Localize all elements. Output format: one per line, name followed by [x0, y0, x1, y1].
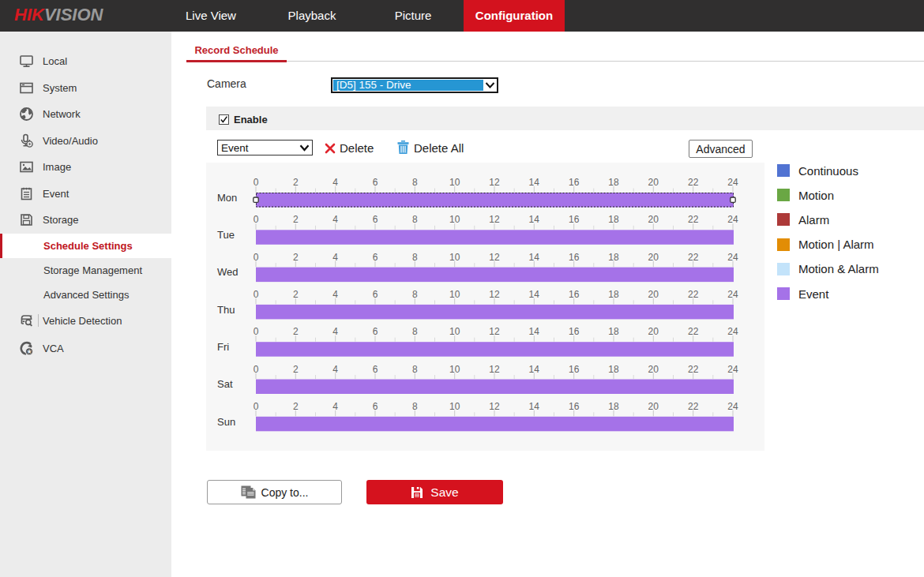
svg-text:Sat: Sat: [217, 378, 233, 390]
svg-text:10: 10: [449, 252, 460, 263]
svg-text:4: 4: [332, 252, 338, 263]
svg-text:24: 24: [727, 289, 738, 300]
svg-text:★: ★: [26, 348, 32, 355]
svg-text:4: 4: [332, 177, 338, 188]
svg-text:0: 0: [254, 364, 259, 375]
svg-text:20: 20: [648, 326, 659, 337]
svg-text:4: 4: [332, 289, 338, 300]
svg-text:20: 20: [648, 214, 659, 225]
svg-text:6: 6: [373, 364, 378, 375]
svg-text:20: 20: [648, 177, 659, 188]
svg-text:14: 14: [529, 177, 540, 188]
svg-text:8: 8: [412, 364, 418, 375]
svg-text:22: 22: [688, 401, 699, 412]
svg-text:4: 4: [332, 214, 338, 225]
svg-text:22: 22: [688, 326, 699, 337]
svg-text:16: 16: [569, 364, 580, 375]
svg-text:12: 12: [489, 177, 500, 188]
svg-text:16: 16: [569, 214, 580, 225]
svg-text:24: 24: [727, 326, 738, 337]
svg-text:0: 0: [254, 326, 259, 337]
svg-text:22: 22: [688, 289, 699, 300]
svg-text:18: 18: [608, 289, 619, 300]
svg-text:10: 10: [449, 326, 460, 337]
svg-text:16: 16: [569, 326, 580, 337]
svg-text:2: 2: [293, 252, 299, 263]
svg-text:12: 12: [489, 252, 500, 263]
svg-text:18: 18: [608, 252, 619, 263]
svg-text:20: 20: [648, 252, 659, 263]
svg-text:16: 16: [569, 177, 580, 188]
svg-text:Tue: Tue: [217, 229, 235, 241]
svg-text:Wed: Wed: [217, 266, 239, 278]
svg-text:14: 14: [529, 401, 540, 412]
svg-text:2: 2: [293, 289, 299, 300]
svg-text:2: 2: [293, 214, 299, 225]
svg-text:10: 10: [449, 289, 460, 300]
svg-text:8: 8: [412, 177, 418, 188]
svg-text:0: 0: [254, 252, 259, 263]
svg-text:22: 22: [688, 252, 699, 263]
svg-text:20: 20: [648, 364, 659, 375]
svg-text:2: 2: [293, 177, 299, 188]
svg-text:6: 6: [373, 326, 378, 337]
svg-text:22: 22: [688, 364, 699, 375]
svg-text:0: 0: [254, 401, 259, 412]
svg-text:24: 24: [727, 214, 738, 225]
svg-text:10: 10: [449, 401, 460, 412]
svg-text:2: 2: [293, 401, 299, 412]
svg-text:18: 18: [608, 326, 619, 337]
svg-text:6: 6: [373, 401, 378, 412]
svg-text:16: 16: [569, 289, 580, 300]
svg-text:18: 18: [608, 214, 619, 225]
svg-text:10: 10: [449, 177, 460, 188]
svg-text:22: 22: [688, 214, 699, 225]
svg-text:22: 22: [688, 177, 699, 188]
svg-text:8: 8: [412, 289, 418, 300]
svg-text:18: 18: [608, 401, 619, 412]
svg-text:Mon: Mon: [217, 192, 237, 204]
svg-text:0: 0: [254, 214, 259, 225]
svg-text:14: 14: [529, 214, 540, 225]
svg-text:10: 10: [449, 214, 460, 225]
svg-text:20: 20: [648, 289, 659, 300]
svg-text:24: 24: [727, 401, 738, 412]
svg-text:6: 6: [373, 289, 378, 300]
svg-text:14: 14: [529, 289, 540, 300]
svg-text:Sun: Sun: [217, 416, 235, 428]
svg-text:12: 12: [489, 401, 500, 412]
svg-text:16: 16: [569, 252, 580, 263]
svg-text:2: 2: [293, 326, 299, 337]
svg-text:0: 0: [254, 289, 259, 300]
svg-text:8: 8: [412, 252, 418, 263]
svg-text:0: 0: [254, 177, 259, 188]
svg-text:8: 8: [412, 214, 418, 225]
svg-text:Fri: Fri: [217, 341, 229, 353]
svg-text:20: 20: [648, 401, 659, 412]
svg-text:14: 14: [529, 326, 540, 337]
svg-text:18: 18: [608, 177, 619, 188]
svg-text:4: 4: [332, 401, 338, 412]
svg-text:14: 14: [529, 364, 540, 375]
svg-text:24: 24: [727, 252, 738, 263]
svg-text:6: 6: [373, 252, 378, 263]
svg-text:12: 12: [489, 326, 500, 337]
svg-text:6: 6: [373, 214, 378, 225]
svg-text:8: 8: [412, 326, 418, 337]
svg-text:12: 12: [489, 364, 500, 375]
svg-text:12: 12: [489, 214, 500, 225]
svg-text:6: 6: [373, 177, 378, 188]
svg-text:4: 4: [332, 364, 338, 375]
svg-text:2: 2: [293, 364, 299, 375]
svg-text:24: 24: [727, 364, 738, 375]
svg-text:8: 8: [412, 401, 418, 412]
svg-text:10: 10: [449, 364, 460, 375]
svg-text:12: 12: [489, 289, 500, 300]
svg-text:Thu: Thu: [217, 304, 235, 316]
svg-text:4: 4: [332, 326, 338, 337]
svg-text:18: 18: [608, 364, 619, 375]
svg-text:16: 16: [569, 401, 580, 412]
svg-text:14: 14: [529, 252, 540, 263]
svg-text:24: 24: [727, 177, 738, 188]
